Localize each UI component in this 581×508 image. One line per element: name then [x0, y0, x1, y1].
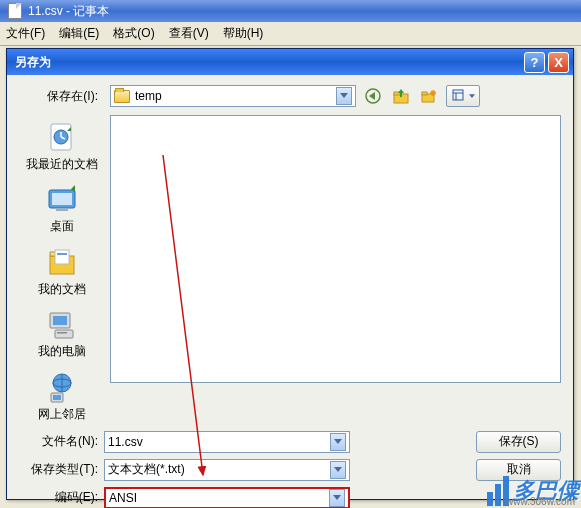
svg-marker-39	[334, 467, 342, 472]
file-list[interactable]	[110, 115, 561, 383]
svg-rect-37	[53, 395, 61, 400]
watermark: 多巴僳 www.306w.com	[487, 476, 579, 506]
folder-icon	[114, 90, 130, 103]
svg-marker-40	[333, 495, 341, 500]
save-in-label: 保存在(I):	[19, 88, 104, 105]
svg-marker-38	[334, 439, 342, 444]
svg-rect-30	[53, 316, 67, 325]
document-icon	[8, 3, 22, 19]
menu-view[interactable]: 查看(V)	[169, 25, 209, 42]
save-in-combo[interactable]: temp	[110, 85, 356, 107]
svg-rect-32	[57, 332, 67, 334]
help-button[interactable]: ?	[524, 52, 545, 73]
chevron-down-icon[interactable]	[336, 87, 352, 105]
svg-rect-27	[55, 250, 69, 264]
save-in-row: 保存在(I): temp	[7, 75, 573, 113]
svg-rect-22	[52, 193, 72, 205]
places-bar: 我最近的文档 桌面 我的文档 我的电脑 网上邻居	[19, 113, 104, 425]
svg-marker-2	[369, 92, 375, 100]
chevron-down-icon[interactable]	[330, 433, 346, 451]
back-button[interactable]	[362, 85, 384, 107]
encoding-label: 编码(E):	[19, 489, 104, 506]
place-mydocs[interactable]: 我的文档	[22, 242, 102, 300]
app-title: 11.csv - 记事本	[28, 3, 109, 20]
chevron-down-icon[interactable]	[330, 461, 346, 479]
place-network[interactable]: 网上邻居	[22, 367, 102, 425]
svg-marker-0	[340, 93, 348, 98]
new-folder-button[interactable]	[418, 85, 440, 107]
view-menu-button[interactable]	[446, 85, 480, 107]
chevron-down-icon[interactable]	[329, 489, 345, 507]
app-titlebar: 11.csv - 记事本	[0, 0, 581, 22]
save-as-dialog: 另存为 ? X 保存在(I): temp 我最近的文档 桌面	[6, 48, 574, 500]
place-mypc[interactable]: 我的电脑	[22, 304, 102, 362]
filetype-label: 保存类型(T):	[19, 461, 104, 478]
up-one-level-button[interactable]	[390, 85, 412, 107]
svg-rect-7	[422, 92, 427, 95]
filename-input[interactable]: 11.csv	[104, 431, 350, 453]
filetype-combo[interactable]: 文本文档(*.txt)	[104, 459, 350, 481]
encoding-combo[interactable]: ANSI	[104, 487, 350, 508]
menu-help[interactable]: 帮助(H)	[223, 25, 264, 42]
svg-marker-15	[469, 94, 475, 98]
svg-rect-28	[57, 253, 67, 255]
menu-file[interactable]: 文件(F)	[6, 25, 45, 42]
save-in-value: temp	[135, 89, 336, 103]
save-button[interactable]: 保存(S)	[476, 431, 561, 453]
svg-rect-31	[55, 330, 73, 338]
menu-edit[interactable]: 编辑(E)	[59, 25, 99, 42]
filename-label: 文件名(N):	[19, 433, 104, 450]
svg-rect-23	[56, 208, 68, 211]
dialog-title: 另存为	[15, 54, 51, 71]
close-button[interactable]: X	[548, 52, 569, 73]
place-recent[interactable]: 我最近的文档	[22, 117, 102, 175]
dialog-titlebar: 另存为 ? X	[7, 49, 573, 75]
place-desktop[interactable]: 桌面	[22, 179, 102, 237]
svg-rect-12	[453, 90, 463, 100]
app-menubar: 文件(F) 编辑(E) 格式(O) 查看(V) 帮助(H)	[0, 22, 581, 46]
menu-format[interactable]: 格式(O)	[113, 25, 154, 42]
